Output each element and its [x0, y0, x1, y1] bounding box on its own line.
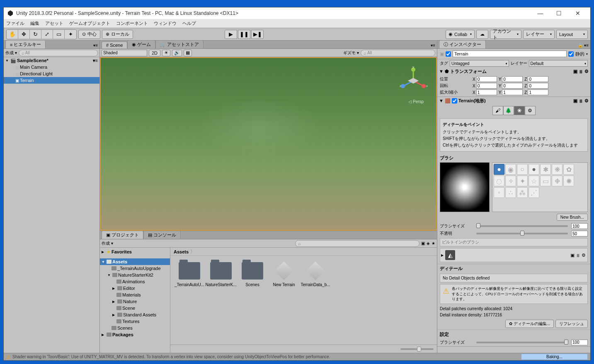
- fx-icon[interactable]: ▦: [184, 50, 192, 56]
- brush-13[interactable]: ❉: [552, 176, 562, 186]
- brush-11[interactable]: ☆: [529, 176, 539, 186]
- brush-6[interactable]: ❋: [552, 164, 562, 175]
- pos-y[interactable]: [502, 76, 523, 82]
- project-filter1-icon[interactable]: ▣: [421, 241, 425, 246]
- gizmos-dropdown[interactable]: ギズモ ▾: [343, 50, 359, 56]
- scene-panel-menu[interactable]: ▾≡: [429, 42, 437, 48]
- static-checkbox[interactable]: [568, 51, 574, 57]
- create-dropdown[interactable]: 作成 ▾: [5, 50, 17, 56]
- folder-materials[interactable]: Materials: [100, 292, 170, 298]
- shading-dropdown[interactable]: Shaded: [102, 50, 147, 56]
- asset-prefab-1[interactable]: New Terrain: [270, 261, 298, 287]
- brush-4[interactable]: ●: [529, 164, 539, 175]
- name-field[interactable]: [453, 51, 567, 57]
- brush-8[interactable]: ◌: [494, 176, 504, 186]
- close-button[interactable]: ✕: [568, 7, 587, 19]
- rot-z[interactable]: [528, 83, 548, 89]
- layer-dropdown[interactable]: Default♦: [529, 60, 588, 67]
- menu-assets[interactable]: アセット: [45, 20, 63, 27]
- pos-z[interactable]: [528, 76, 548, 82]
- brush-16[interactable]: ∴: [505, 187, 516, 198]
- layout-dropdown[interactable]: Layout: [556, 30, 588, 39]
- refresh-button[interactable]: リフレッシュ: [555, 320, 588, 328]
- folder-scenes[interactable]: Scenes: [100, 325, 170, 331]
- maximize-button[interactable]: ☐: [550, 7, 568, 19]
- hierarchy-item-camera[interactable]: ▣ Main Camera: [4, 64, 99, 70]
- brush-9[interactable]: ✧: [505, 176, 516, 186]
- brush-5[interactable]: ✱: [540, 164, 551, 175]
- local-toggle[interactable]: ⊕ ローカル: [102, 30, 133, 39]
- folder-editor[interactable]: ▶ Editor: [100, 285, 170, 292]
- scl-y[interactable]: [502, 89, 523, 95]
- play-button[interactable]: ▶: [225, 30, 237, 39]
- brush-10[interactable]: ✦: [517, 176, 528, 186]
- menu-edit[interactable]: 編集: [30, 20, 39, 27]
- asset-folder-3[interactable]: Scenes: [238, 261, 267, 287]
- menu-help[interactable]: ヘルプ: [182, 20, 196, 27]
- opacity-slider[interactable]: [476, 233, 568, 234]
- brush-7[interactable]: ✿: [563, 164, 574, 175]
- unified-tool[interactable]: ✦: [65, 30, 76, 39]
- asset-folder-1[interactable]: _TerrainAutoU...: [175, 261, 204, 287]
- brush-18[interactable]: ⋰: [529, 187, 539, 198]
- scale-tool[interactable]: ⤢: [41, 30, 53, 39]
- scl-x[interactable]: [476, 89, 497, 95]
- packages-folder[interactable]: ▶ Packages: [100, 331, 170, 338]
- folder-nature[interactable]: ▼ NatureStarterKit2: [100, 272, 170, 278]
- project-filter2-icon[interactable]: ◈: [427, 241, 430, 246]
- brush-15[interactable]: ◦: [494, 187, 504, 198]
- hierarchy-search[interactable]: All: [19, 50, 98, 56]
- brush-size-slider[interactable]: [476, 225, 568, 227]
- rect-tool[interactable]: ▭: [53, 30, 65, 39]
- layers-dropdown[interactable]: レイヤー: [523, 30, 555, 39]
- panel-menu-icon[interactable]: ▾≡: [92, 42, 99, 48]
- brush-2[interactable]: ◉: [505, 164, 516, 175]
- cloud-button[interactable]: ☁: [476, 30, 488, 39]
- favorites-folder[interactable]: ▶★ Favorites: [100, 248, 170, 255]
- asset-folder-2[interactable]: NatureStarterK...: [207, 261, 235, 287]
- edit-details-button[interactable]: ✿ ディテールの編集...: [505, 320, 554, 328]
- thumbnail-size-slider[interactable]: [400, 348, 434, 350]
- scene-view[interactable]: y x z ◁ Persp: [100, 57, 437, 231]
- scene-tab[interactable]: # Scene: [102, 41, 127, 48]
- brush-1[interactable]: ●: [494, 164, 504, 175]
- tag-dropdown[interactable]: Untagged♦: [450, 60, 509, 67]
- move-tool[interactable]: ✥: [18, 30, 30, 39]
- hand-tool[interactable]: ✋: [7, 30, 18, 39]
- assets-folder[interactable]: ▼ Assets: [100, 258, 170, 265]
- rot-x[interactable]: [476, 83, 497, 89]
- rot-y[interactable]: [502, 83, 523, 89]
- pivot-toggle[interactable]: ⊙ 中心: [78, 30, 100, 39]
- minimize-button[interactable]: —: [531, 7, 550, 19]
- scene-search[interactable]: All: [361, 50, 435, 56]
- menu-component[interactable]: コンポーネント: [116, 20, 148, 27]
- persp-label[interactable]: ◁ Persp: [408, 99, 424, 104]
- hierarchy-item-terrain[interactable]: ▣ Terrain: [4, 77, 99, 84]
- brush-size2-slider[interactable]: [476, 342, 568, 343]
- active-checkbox[interactable]: [446, 51, 451, 57]
- folder-scene[interactable]: Scene: [100, 305, 170, 311]
- menu-window[interactable]: ウィンドウ: [154, 20, 177, 27]
- toggle-2d[interactable]: 2D: [149, 50, 160, 56]
- brush-3[interactable]: ○: [517, 164, 528, 175]
- hierarchy-item-light[interactable]: ▣ Directional Light: [4, 70, 99, 77]
- terrain-header[interactable]: ▼ 🟫 Terrain(地形)▣ ⫼ ⚙: [437, 97, 590, 104]
- terrain-paint-tool[interactable]: 🖌: [492, 106, 503, 115]
- scl-z[interactable]: [528, 89, 548, 95]
- rotate-tool[interactable]: ↻: [30, 30, 41, 39]
- terrain-tree-tool[interactable]: 🌲: [503, 106, 514, 115]
- inspector-lock-icon[interactable]: 🔒 ▾≡: [576, 42, 590, 48]
- hierarchy-tab[interactable]: ≡ ヒエラルキー: [5, 41, 46, 48]
- terrain-enabled[interactable]: [452, 98, 457, 104]
- orientation-gizmo[interactable]: y x z: [399, 66, 428, 95]
- status-warning[interactable]: Shader warning in 'Toon/Basic': Use of U…: [12, 354, 330, 359]
- folder-animations[interactable]: Animations: [100, 278, 170, 285]
- terrain-settings-tool[interactable]: ⚙: [525, 106, 536, 115]
- pos-x[interactable]: [476, 76, 497, 82]
- new-brush-button[interactable]: New Brush...: [557, 214, 588, 221]
- step-button[interactable]: ▶❚: [251, 30, 264, 39]
- menu-gameobject[interactable]: ゲームオブジェクト: [69, 20, 110, 27]
- terrain-detail-tool[interactable]: ❀: [514, 106, 525, 115]
- game-tab[interactable]: ◉ ゲーム: [127, 41, 155, 48]
- asset-prefab-2[interactable]: TerrainData_b...: [301, 261, 330, 287]
